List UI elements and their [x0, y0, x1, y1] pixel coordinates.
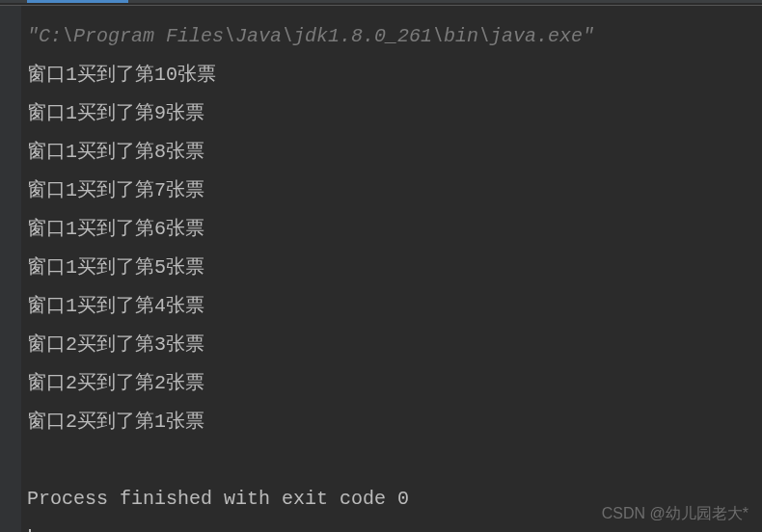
output-line: 窗口1买到了第8张票: [27, 133, 752, 172]
output-line: 窗口1买到了第5张票: [27, 249, 752, 287]
active-tab-indicator: [27, 0, 128, 3]
divider: [0, 5, 762, 6]
blank-line: [27, 441, 752, 480]
output-line: 窗口2买到了第3张票: [27, 326, 752, 364]
tab-bar: [0, 0, 762, 3]
watermark: CSDN @幼儿园老大*: [602, 504, 748, 524]
output-line: 窗口2买到了第2张票: [27, 364, 752, 403]
gutter: [0, 6, 21, 532]
command-line: "C:\Program Files\Java\jdk1.8.0_261\bin\…: [27, 17, 752, 56]
console-output[interactable]: "C:\Program Files\Java\jdk1.8.0_261\bin\…: [27, 17, 752, 532]
output-line: 窗口1买到了第9张票: [27, 94, 752, 133]
output-line: 窗口1买到了第10张票: [27, 56, 752, 94]
output-line: 窗口1买到了第6张票: [27, 210, 752, 249]
output-line: 窗口2买到了第1张票: [27, 403, 752, 441]
output-line: 窗口1买到了第4张票: [27, 287, 752, 326]
output-line: 窗口1买到了第7张票: [27, 172, 752, 210]
